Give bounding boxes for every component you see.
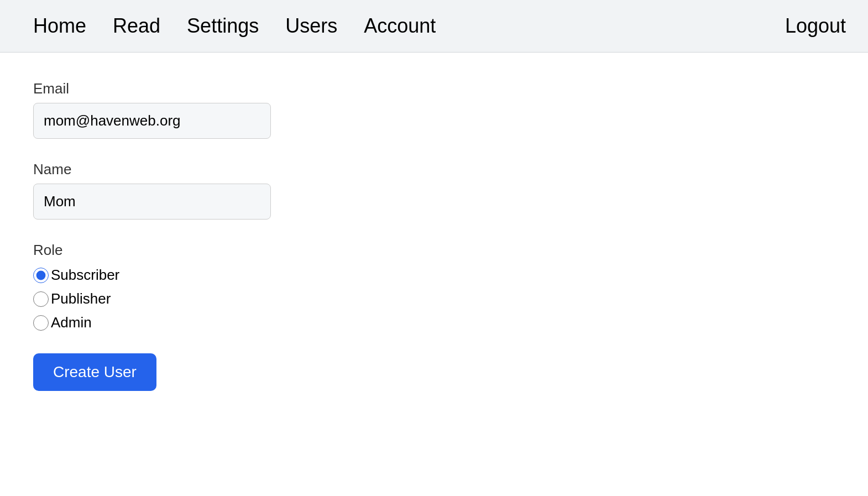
nav-settings[interactable]: Settings <box>176 9 270 43</box>
role-label: Role <box>33 242 835 259</box>
email-group: Email <box>33 80 835 139</box>
email-input[interactable] <box>33 103 271 139</box>
main-content: Email Name Role Subscriber Publisher Adm… <box>0 53 868 419</box>
role-subscriber-label[interactable]: Subscriber <box>51 267 119 284</box>
email-label: Email <box>33 80 835 97</box>
role-publisher-label[interactable]: Publisher <box>51 290 111 307</box>
role-publisher-radio[interactable] <box>33 291 49 307</box>
name-group: Name <box>33 161 835 220</box>
name-label: Name <box>33 161 835 178</box>
role-publisher-option: Publisher <box>33 290 835 307</box>
role-subscriber-radio[interactable] <box>33 268 49 283</box>
logout-link[interactable]: Logout <box>785 14 846 38</box>
nav-users[interactable]: Users <box>274 9 348 43</box>
nav-home[interactable]: Home <box>22 9 97 43</box>
role-admin-label[interactable]: Admin <box>51 314 92 331</box>
name-input[interactable] <box>33 184 271 220</box>
create-user-button[interactable]: Create User <box>33 353 156 391</box>
role-admin-option: Admin <box>33 314 835 331</box>
nav-read[interactable]: Read <box>102 9 171 43</box>
navigation: Home Read Settings Users Account Logout <box>0 0 868 53</box>
nav-account[interactable]: Account <box>353 9 447 43</box>
role-subscriber-option: Subscriber <box>33 267 835 284</box>
role-admin-radio[interactable] <box>33 315 49 331</box>
role-group: Role Subscriber Publisher Admin <box>33 242 835 331</box>
nav-links: Home Read Settings Users Account <box>22 9 785 43</box>
